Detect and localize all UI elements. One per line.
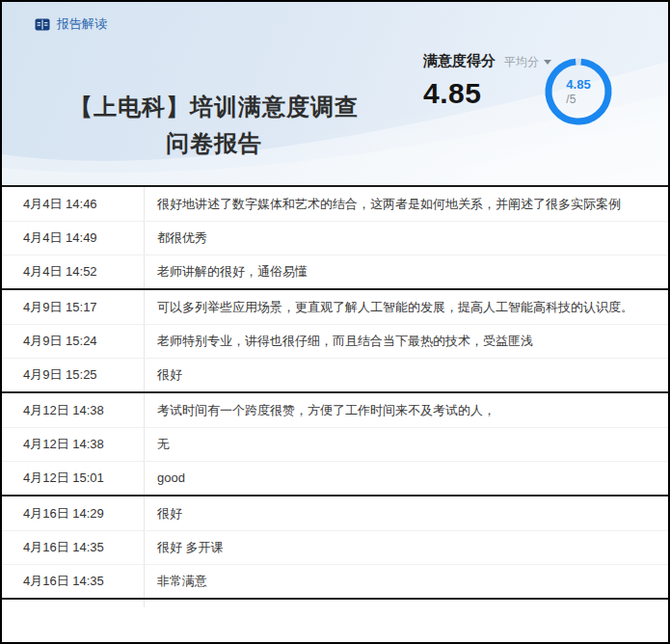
row-timestamp: 4月16日 14:29 (2, 496, 145, 530)
row-timestamp: 4月9日 15:25 (2, 359, 145, 391)
table-row: 4月16日 14:35 很好 多开课 (2, 530, 668, 564)
donut-score-value: 4.85 (566, 77, 590, 93)
row-comment: 很好 (145, 497, 668, 530)
score-donut-chart: 4.85 /5 (544, 57, 613, 126)
table-row: 4月4日 14:49 都很优秀 (2, 221, 668, 255)
table-row: 4月9日 15:17 可以多列举些应用场景，更直观了解人工智能的发展，提高人工智… (2, 290, 668, 324)
report-title: 【上电科】培训满意度调查 问卷报告 (29, 89, 399, 162)
table-partial-row (2, 598, 668, 607)
table-row: 4月9日 15:24 老师特别专业，讲得也很仔细，而且结合当下最热的技术，受益匪… (2, 324, 668, 358)
feedback-group-apr16: 4月16日 14:29 很好 4月16日 14:35 很好 多开课 4月16日 … (2, 495, 668, 598)
table-row: 4月4日 14:46 很好地讲述了数字媒体和艺术的结合，这两者是如何地关系，并阐… (2, 187, 668, 221)
row-comment: 都很优秀 (145, 222, 668, 255)
breadcrumb-report-interpretation[interactable]: 报告解读 (35, 15, 107, 33)
row-timestamp: 4月16日 14:35 (2, 565, 145, 598)
row-timestamp: 4月12日 14:38 (2, 393, 145, 427)
satisfaction-score-panel: 满意度得分 平均分 4.85 (423, 52, 551, 110)
feedback-group-apr4: 4月4日 14:46 很好地讲述了数字媒体和艺术的结合，这两者是如何地关系，并阐… (2, 185, 668, 288)
row-timestamp: 4月16日 14:35 (2, 531, 145, 564)
row-comment: 很好 (145, 359, 668, 391)
report-window: 报告解读 【上电科】培训满意度调查 问卷报告 满意度得分 平均分 4.85 (0, 0, 670, 644)
row-comment: 很好地讲述了数字媒体和艺术的结合，这两者是如何地关系，并阐述了很多实际案例 (145, 188, 668, 221)
row-timestamp: 4月12日 14:38 (2, 428, 145, 461)
row-timestamp: 4月4日 14:46 (2, 187, 145, 221)
row-comment: 可以多列举些应用场景，更直观了解人工智能的发展，提高人工智能高科技的认识度。 (145, 291, 668, 324)
table-row: 4月12日 15:01 good (2, 461, 668, 495)
row-comment: 老师特别专业，讲得也很仔细，而且结合当下最热的技术，受益匪浅 (145, 325, 668, 358)
donut-score-denominator: /5 (566, 93, 576, 107)
table-row: 4月12日 14:38 考试时间有一个跨度很赞，方便了工作时间来不及考试的人， (2, 393, 668, 427)
row-comment: 很好 多开课 (145, 531, 668, 564)
partial-time-cell (2, 600, 145, 607)
row-comment: 非常满意 (145, 565, 668, 598)
row-timestamp: 4月9日 15:24 (2, 325, 145, 358)
table-row: 4月4日 14:52 老师讲解的很好，通俗易懂 (2, 255, 668, 288)
table-row: 4月9日 15:25 很好 (2, 358, 668, 391)
report-header: 报告解读 【上电科】培训满意度调查 问卷报告 满意度得分 平均分 4.85 (2, 2, 668, 185)
score-mode-label: 平均分 (504, 54, 539, 70)
score-value: 4.85 (423, 77, 551, 110)
row-timestamp: 4月12日 15:01 (2, 462, 145, 495)
report-title-line1: 【上电科】培训满意度调查 (29, 89, 399, 125)
feedback-group-apr9: 4月9日 15:17 可以多列举些应用场景，更直观了解人工智能的发展，提高人工智… (2, 288, 668, 391)
feedback-table: 4月4日 14:46 很好地讲述了数字媒体和艺术的结合，这两者是如何地关系，并阐… (2, 185, 668, 607)
score-label: 满意度得分 (423, 52, 496, 70)
row-comment: 考试时间有一个跨度很赞，方便了工作时间来不及考试的人， (145, 394, 668, 427)
report-title-line2: 问卷报告 (29, 125, 399, 162)
table-row: 4月16日 14:35 非常满意 (2, 564, 668, 598)
report-book-icon (35, 18, 50, 31)
row-comment: 老师讲解的很好，通俗易懂 (145, 255, 668, 288)
breadcrumb-label: 报告解读 (57, 15, 107, 33)
feedback-group-apr12: 4月12日 14:38 考试时间有一个跨度很赞，方便了工作时间来不及考试的人， … (2, 391, 668, 495)
table-row: 4月16日 14:29 很好 (2, 496, 668, 530)
table-row: 4月12日 14:38 无 (2, 427, 668, 461)
row-timestamp: 4月9日 15:17 (2, 290, 145, 324)
row-comment: 无 (145, 428, 668, 461)
row-timestamp: 4月4日 14:52 (2, 255, 145, 288)
row-timestamp: 4月4日 14:49 (2, 222, 145, 255)
row-comment: good (145, 462, 668, 495)
